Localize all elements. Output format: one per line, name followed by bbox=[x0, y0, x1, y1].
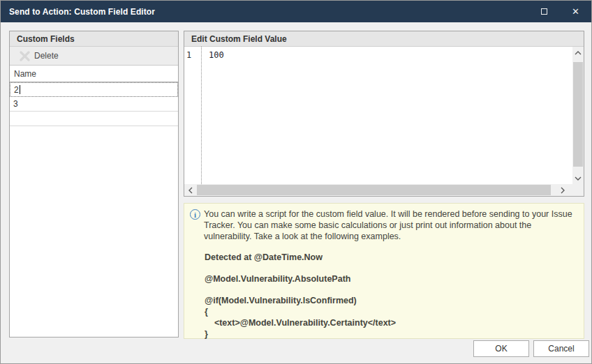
chevron-down-icon bbox=[575, 176, 582, 181]
example-line: @if(Model.Vulnerability.IsConfirmed) bbox=[205, 295, 577, 306]
window-buttons: ✕ bbox=[528, 1, 591, 22]
edit-value-header: Edit Custom Field Value bbox=[184, 31, 584, 47]
example-line: } bbox=[205, 328, 577, 340]
field-row-editing[interactable]: 2 bbox=[10, 82, 178, 97]
window-title: Send to Action: Custom Field Editor bbox=[1, 7, 155, 17]
text-caret bbox=[20, 85, 20, 94]
example-block: Detected at @DateTime.Now bbox=[205, 252, 577, 263]
info-icon: i bbox=[190, 209, 200, 220]
maximize-icon bbox=[541, 8, 547, 15]
field-row-empty[interactable] bbox=[10, 112, 178, 126]
example-block: @if(Model.Vulnerability.IsConfirmed) { <… bbox=[205, 295, 577, 340]
delete-button[interactable]: Delete bbox=[20, 51, 59, 61]
horizontal-scroll-thumb[interactable] bbox=[197, 185, 551, 195]
field-row-value: 3 bbox=[13, 99, 18, 109]
scrollbar-corner bbox=[572, 184, 584, 196]
close-button[interactable]: ✕ bbox=[560, 1, 591, 22]
edit-value-panel: Edit Custom Field Value 1 100 bbox=[184, 31, 584, 197]
example-block: @Model.Vulnerability.AbsolutePath bbox=[205, 273, 577, 285]
close-icon: ✕ bbox=[572, 7, 579, 16]
field-row-value: 2 bbox=[14, 85, 19, 95]
vertical-scroll-thumb[interactable] bbox=[573, 62, 583, 167]
code-editor: 1 100 bbox=[184, 47, 584, 196]
dialog-window: Send to Action: Custom Field Editor ✕ Cu… bbox=[0, 0, 592, 364]
chevron-right-icon bbox=[561, 187, 565, 194]
ok-button[interactable]: OK bbox=[473, 340, 529, 357]
chevron-up-icon bbox=[575, 51, 582, 55]
code-line: 100 bbox=[209, 50, 224, 60]
gutter-separator bbox=[201, 47, 202, 184]
script-examples: Detected at @DateTime.Now @Model.Vulnera… bbox=[205, 252, 577, 340]
custom-fields-header: Custom Fields bbox=[10, 31, 178, 47]
maximize-button[interactable] bbox=[528, 1, 560, 22]
delete-x-icon bbox=[20, 51, 30, 61]
info-paragraph: You can write a script for the custom fi… bbox=[204, 208, 577, 242]
example-line: @Model.Vulnerability.AbsolutePath bbox=[205, 273, 577, 285]
example-line: Detected at @DateTime.Now bbox=[205, 252, 577, 263]
scroll-right-button[interactable] bbox=[556, 184, 568, 196]
example-line: { bbox=[205, 306, 577, 317]
name-column-header[interactable]: Name bbox=[10, 66, 178, 82]
scroll-down-button[interactable] bbox=[572, 172, 584, 184]
line-number: 1 bbox=[186, 50, 191, 60]
example-line: <text>@Model.Vulnerability.Certainty</te… bbox=[205, 317, 577, 328]
scroll-left-button[interactable] bbox=[184, 184, 196, 196]
vertical-scrollbar[interactable] bbox=[572, 47, 584, 184]
field-row[interactable]: 3 bbox=[10, 97, 178, 112]
scroll-up-button[interactable] bbox=[572, 47, 584, 59]
chevron-left-icon bbox=[188, 187, 193, 194]
title-bar[interactable]: Send to Action: Custom Field Editor ✕ bbox=[1, 1, 591, 22]
custom-fields-panel: Custom Fields Delete Name 2 3 bbox=[9, 31, 179, 338]
horizontal-scrollbar[interactable] bbox=[184, 184, 572, 196]
code-editor-textarea[interactable]: 1 100 bbox=[184, 47, 572, 184]
cancel-button[interactable]: Cancel bbox=[533, 340, 589, 357]
delete-button-label: Delete bbox=[34, 51, 59, 61]
custom-fields-toolbar: Delete bbox=[10, 47, 178, 66]
script-help-infobox: i You can write a script for the custom … bbox=[184, 203, 584, 339]
